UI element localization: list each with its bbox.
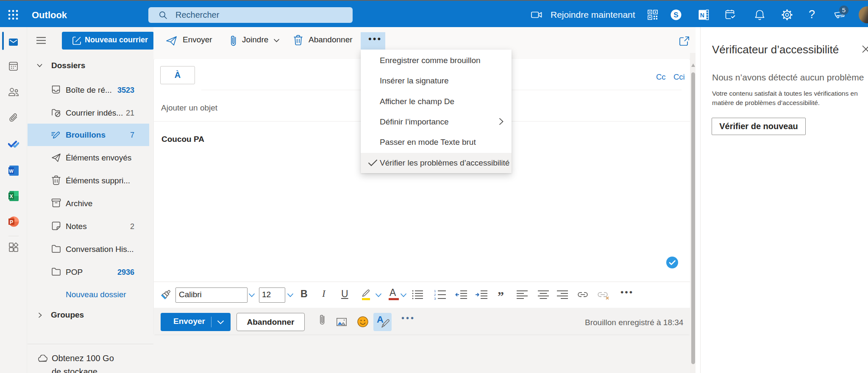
svg-text:X: X <box>9 193 13 199</box>
svg-text:3: 3 <box>434 297 436 300</box>
svg-text:W: W <box>9 169 14 174</box>
svg-text:1: 1 <box>434 290 436 293</box>
svg-text:2: 2 <box>434 293 436 297</box>
svg-text:S: S <box>673 11 678 19</box>
svg-text:N: N <box>700 12 704 19</box>
svg-text:P: P <box>10 219 13 225</box>
